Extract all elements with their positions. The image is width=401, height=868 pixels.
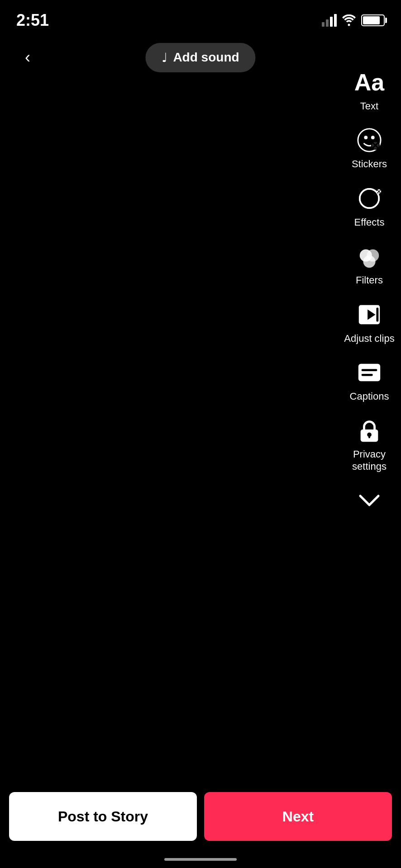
signal-icon bbox=[322, 14, 337, 27]
post-to-story-button[interactable]: Post to Story bbox=[9, 792, 197, 841]
svg-rect-16 bbox=[358, 364, 380, 382]
next-button[interactable]: Next bbox=[204, 792, 392, 841]
more-options-button[interactable] bbox=[347, 486, 392, 519]
captions-tool-button[interactable]: Captions bbox=[347, 358, 392, 402]
back-button[interactable]: ‹ bbox=[16, 46, 39, 69]
status-bar: 2:51 bbox=[0, 0, 401, 33]
status-time: 2:51 bbox=[16, 11, 49, 30]
adjust-clips-tool-button[interactable]: Adjust clips bbox=[347, 300, 392, 344]
svg-rect-18 bbox=[362, 374, 373, 376]
music-note-icon: ♩ bbox=[162, 50, 167, 65]
stickers-icon bbox=[355, 126, 384, 155]
next-label: Next bbox=[282, 808, 314, 825]
chevron-down-icon bbox=[355, 486, 384, 515]
status-icons bbox=[322, 14, 385, 27]
battery-icon bbox=[361, 14, 385, 26]
svg-point-1 bbox=[364, 136, 368, 140]
svg-rect-15 bbox=[376, 307, 378, 321]
captions-icon bbox=[355, 358, 384, 387]
add-sound-button[interactable]: ♩ Add sound bbox=[145, 43, 255, 72]
text-icon: Aa bbox=[355, 68, 384, 97]
privacy-icon bbox=[355, 416, 384, 445]
top-toolbar: ‹ ♩ Add sound bbox=[0, 33, 401, 82]
filters-label: Filters bbox=[356, 274, 383, 286]
effects-tool-button[interactable]: Effects bbox=[347, 184, 392, 228]
adjust-clips-icon bbox=[355, 300, 384, 329]
captions-label: Captions bbox=[350, 391, 389, 402]
filters-icon bbox=[355, 242, 384, 271]
text-label: Text bbox=[360, 100, 378, 112]
effects-icon bbox=[355, 184, 384, 213]
post-story-label: Post to Story bbox=[58, 808, 148, 825]
filters-tool-button[interactable]: Filters bbox=[347, 242, 392, 286]
back-chevron-icon: ‹ bbox=[25, 49, 30, 66]
svg-point-11 bbox=[363, 255, 375, 268]
stickers-label: Stickers bbox=[352, 158, 387, 170]
add-sound-label: Add sound bbox=[173, 50, 239, 65]
svg-rect-17 bbox=[362, 369, 377, 371]
effects-label: Effects bbox=[354, 217, 385, 228]
privacy-settings-tool-button[interactable]: Privacysettings bbox=[347, 416, 392, 472]
wifi-icon bbox=[341, 14, 357, 26]
right-toolbar: Aa Text Stickers bbox=[347, 68, 392, 519]
home-indicator bbox=[164, 858, 237, 861]
stickers-tool-button[interactable]: Stickers bbox=[347, 126, 392, 170]
svg-point-2 bbox=[371, 136, 375, 140]
svg-rect-21 bbox=[368, 435, 370, 439]
bottom-buttons: Post to Story Next bbox=[0, 792, 401, 841]
privacy-settings-label: Privacysettings bbox=[352, 448, 387, 472]
text-tool-button[interactable]: Aa Text bbox=[347, 68, 392, 112]
adjust-clips-label: Adjust clips bbox=[344, 333, 394, 344]
